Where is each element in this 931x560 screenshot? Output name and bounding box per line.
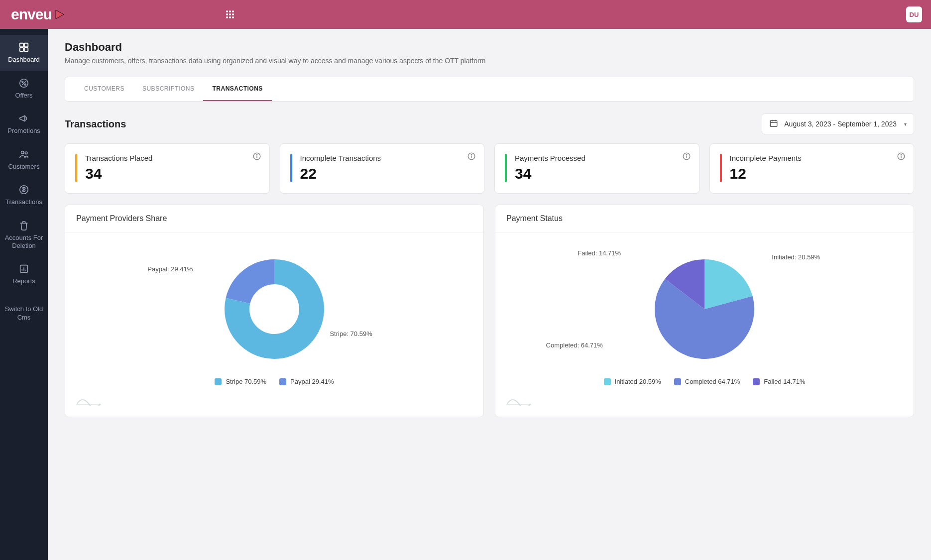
sidebar-item-label: Reports — [12, 277, 35, 285]
apps-grid-button[interactable] — [225, 9, 235, 19]
slice-label-initiated: Initiated: 20.59% — [772, 253, 820, 261]
switch-cms-label: Switch to Old Cms — [5, 305, 43, 321]
sidebar: Dashboard Offers Promotions — [0, 29, 48, 560]
legend-item: Completed 64.71% — [674, 378, 740, 385]
legend-item: Stripe 70.59% — [215, 378, 266, 385]
info-icon[interactable] — [252, 152, 261, 163]
date-range-text: August 3, 2023 - September 1, 2023 — [784, 120, 897, 128]
chevron-down-icon: ▾ — [904, 121, 907, 127]
chart-card-providers: Payment Providers Share Stripe: 70.59% P… — [65, 205, 484, 417]
date-range-picker[interactable]: August 3, 2023 - September 1, 2023 ▾ — [762, 113, 914, 134]
stat-value: 34 — [515, 165, 585, 182]
stat-row: Transactions Placed 34 Incomplete Transa… — [65, 143, 914, 194]
legend-text: Initiated 20.59% — [615, 378, 661, 385]
trash-icon — [18, 220, 29, 231]
user-avatar[interactable]: DU — [906, 6, 922, 22]
pie-chart-status — [645, 249, 764, 369]
stat-label: Incomplete Payments — [730, 154, 802, 162]
info-icon[interactable] — [682, 152, 691, 163]
topbar: enveu DU — [0, 0, 931, 29]
slice-label-failed: Failed: 14.71% — [578, 249, 621, 257]
svg-point-1 — [229, 10, 231, 12]
svg-point-39 — [901, 154, 902, 155]
tab-subscriptions[interactable]: SUBSCRIPTIONS — [133, 77, 204, 101]
sidebar-item-offers[interactable]: Offers — [0, 71, 48, 107]
user-initials: DU — [910, 11, 919, 18]
svg-point-16 — [24, 84, 26, 85]
svg-point-2 — [232, 10, 234, 12]
chart-watermark-icon — [506, 394, 531, 408]
chart-row: Payment Providers Share Stripe: 70.59% P… — [65, 205, 914, 417]
percent-icon — [18, 78, 29, 89]
svg-point-0 — [226, 10, 228, 12]
sidebar-item-reports[interactable]: Reports — [0, 256, 48, 292]
switch-cms-link[interactable]: Switch to Old Cms — [0, 302, 48, 325]
svg-point-36 — [686, 154, 687, 155]
dashboard-icon — [18, 42, 29, 53]
tab-transactions[interactable]: TRANSACTIONS — [203, 77, 271, 101]
report-icon — [18, 263, 29, 274]
sidebar-item-promotions[interactable]: Promotions — [0, 106, 48, 142]
legend-text: Stripe 70.59% — [226, 378, 266, 385]
chart-card-status: Payment Status Initiated: 20.5 — [495, 205, 914, 417]
svg-point-8 — [232, 16, 234, 18]
svg-line-14 — [22, 81, 25, 85]
stat-card-incomplete-payments: Incomplete Payments 12 — [709, 143, 915, 194]
svg-point-3 — [226, 13, 228, 15]
legend-text: Failed 14.71% — [764, 378, 805, 385]
page-subtitle: Manage customers, offers, transactions d… — [65, 57, 914, 65]
tabs: CUSTOMERS SUBSCRIPTIONS TRANSACTIONS — [65, 77, 914, 102]
chart-title: Payment Providers Share — [65, 205, 483, 232]
svg-rect-11 — [20, 48, 23, 51]
svg-point-6 — [226, 16, 228, 18]
section-title: Transactions — [65, 118, 126, 130]
sidebar-item-label: Customers — [8, 163, 40, 171]
play-logo-icon — [54, 8, 66, 20]
stat-value: 22 — [300, 165, 381, 182]
legend-item: Paypal 29.41% — [279, 378, 334, 385]
legend-text: Completed 64.71% — [685, 378, 740, 385]
sidebar-item-label: Transactions — [5, 198, 42, 206]
sidebar-item-dashboard[interactable]: Dashboard — [0, 35, 48, 71]
info-icon[interactable] — [897, 152, 906, 163]
chart-title: Payment Status — [495, 205, 914, 232]
svg-rect-10 — [24, 43, 28, 47]
slice-label-paypal: Paypal: 29.41% — [147, 265, 193, 273]
svg-point-4 — [229, 13, 231, 15]
chart-legend: Stripe 70.59% Paypal 29.41% — [76, 378, 472, 385]
sidebar-item-label: Offers — [15, 92, 32, 100]
main-content: Dashboard Manage customers, offers, tran… — [48, 29, 931, 560]
svg-rect-12 — [24, 48, 28, 51]
slice-label-stripe: Stripe: 70.59% — [330, 330, 372, 337]
sidebar-item-label: Promotions — [7, 127, 40, 135]
sidebar-item-label: Dashboard — [8, 56, 40, 64]
chart-legend: Initiated 20.59% Completed 64.71% Failed… — [506, 378, 903, 385]
tab-customers[interactable]: CUSTOMERS — [75, 77, 133, 101]
stat-value: 34 — [85, 165, 152, 182]
calendar-icon — [769, 119, 778, 129]
legend-text: Paypal 29.41% — [290, 378, 334, 385]
sidebar-item-deletion[interactable]: Accounts For Deletion — [0, 213, 48, 256]
legend-item: Initiated 20.59% — [604, 378, 661, 385]
dollar-icon — [18, 184, 29, 195]
sidebar-item-customers[interactable]: Customers — [0, 142, 48, 178]
chart-watermark-icon — [76, 394, 101, 408]
brand-logo[interactable]: enveu — [11, 6, 66, 23]
sidebar-item-label: Accounts For Deletion — [2, 234, 46, 249]
svg-point-17 — [21, 151, 24, 154]
megaphone-icon — [18, 113, 29, 124]
svg-point-5 — [232, 13, 234, 15]
svg-rect-24 — [771, 120, 778, 126]
topbar-left: enveu — [11, 6, 235, 23]
stat-value: 12 — [730, 165, 802, 182]
stat-card-payments-processed: Payments Processed 34 — [494, 143, 699, 194]
sidebar-item-transactions[interactable]: Transactions — [0, 177, 48, 213]
legend-item: Failed 14.71% — [753, 378, 805, 385]
svg-point-15 — [22, 81, 23, 82]
info-icon[interactable] — [467, 152, 476, 163]
grid-icon — [225, 9, 235, 19]
stat-card-incomplete-transactions: Incomplete Transactions 22 — [280, 143, 485, 194]
svg-point-7 — [229, 16, 231, 18]
svg-point-30 — [256, 154, 257, 155]
brand-name: enveu — [11, 6, 52, 23]
